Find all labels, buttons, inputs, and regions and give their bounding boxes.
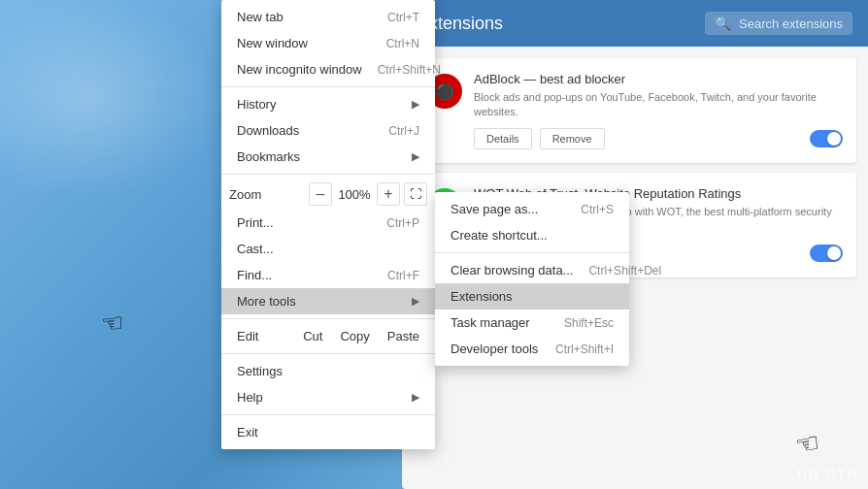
search-icon: 🔍 (715, 16, 731, 31)
menu-history-label: History (237, 97, 276, 112)
more-tools-arrow-icon: ▶ (412, 295, 419, 308)
menu-help-label: Help (237, 390, 263, 405)
submenu-clear-browsing-shortcut: Ctrl+Shift+Del (588, 264, 661, 277)
separator-5 (221, 414, 435, 415)
menu-new-window-label: New window (237, 36, 308, 50)
menu-exit-label: Exit (237, 425, 258, 440)
submenu-task-manager-shortcut: Shift+Esc (564, 316, 614, 330)
submenu-clear-browsing[interactable]: Clear browsing data... Ctrl+Shift+Del (435, 257, 629, 283)
edit-paste-button[interactable]: Paste (380, 326, 427, 346)
adblock-actions: Details Remove (474, 128, 843, 149)
edit-cut-button[interactable]: Cut (295, 326, 330, 346)
submenu-save-page-shortcut: Ctrl+S (581, 203, 614, 216)
submenu-create-shortcut[interactable]: Create shortcut... (435, 222, 629, 248)
menu-find-label: Find... (237, 268, 272, 282)
separator-3 (221, 318, 435, 319)
submenu-separator-1 (435, 252, 629, 253)
menu-new-incognito[interactable]: New incognito window Ctrl+Shift+N (221, 56, 435, 82)
submenu-task-manager-label: Task manager (451, 315, 530, 330)
edit-row: Edit Cut Copy Paste (221, 323, 435, 349)
extension-card-adblock: ⚫ AdBlock — best ad blocker Block ads an… (414, 58, 856, 163)
menu-bookmarks[interactable]: Bookmarks ▶ (221, 144, 435, 170)
zoom-row: Zoom – 100% + ⛶ (221, 179, 435, 210)
edit-label: Edit (229, 326, 293, 346)
menu-new-incognito-shortcut: Ctrl+Shift+N (378, 63, 441, 77)
menu-find-shortcut: Ctrl+F (387, 269, 419, 282)
menu-more-tools[interactable]: More tools ▶ (221, 288, 435, 314)
menu-downloads-label: Downloads (237, 123, 299, 138)
submenu-clear-browsing-label: Clear browsing data... (451, 263, 573, 277)
more-tools-submenu: Save page as... Ctrl+S Create shortcut..… (435, 192, 629, 366)
zoom-plus-button[interactable]: + (377, 182, 400, 206)
menu-new-window[interactable]: New window Ctrl+N (221, 30, 435, 56)
adblock-details-button[interactable]: Details (474, 128, 532, 149)
separator-2 (221, 174, 435, 175)
submenu-task-manager[interactable]: Task manager Shift+Esc (435, 310, 629, 336)
adblock-info: AdBlock — best ad blocker Block ads and … (474, 72, 843, 149)
menu-print-shortcut: Ctrl+P (386, 216, 419, 230)
menu-new-tab-shortcut: Ctrl+T (387, 11, 419, 24)
submenu-developer-tools-label: Developer tools (451, 342, 538, 356)
menu-print-label: Print... (237, 215, 274, 230)
zoom-minus-button[interactable]: – (309, 182, 332, 206)
zoom-label: Zoom (229, 187, 305, 202)
help-arrow-icon: ▶ (412, 391, 419, 404)
menu-settings-label: Settings (237, 364, 283, 378)
menu-new-window-shortcut: Ctrl+N (386, 37, 419, 50)
adblock-toggle[interactable] (810, 130, 843, 147)
menu-find[interactable]: Find... Ctrl+F (221, 262, 435, 288)
edit-copy-button[interactable]: Copy (332, 326, 377, 346)
menu-new-tab-label: New tab (237, 10, 284, 24)
history-arrow-icon: ▶ (412, 98, 419, 111)
menu-exit[interactable]: Exit (221, 419, 435, 445)
main-context-menu: New tab Ctrl+T New window Ctrl+N New inc… (221, 0, 435, 449)
menu-cast[interactable]: Cast... (221, 236, 435, 262)
menu-history[interactable]: History ▶ (221, 91, 435, 117)
cursor-hand-bottom: ☜ (792, 426, 821, 462)
menu-bookmarks-label: Bookmarks (237, 149, 300, 164)
extensions-header: Extensions 🔍 Search extensions (402, 0, 868, 47)
submenu-developer-tools[interactable]: Developer tools Ctrl+Shift+I (435, 336, 629, 362)
extensions-search-bar[interactable]: 🔍 Search extensions (705, 12, 852, 35)
submenu-save-page[interactable]: Save page as... Ctrl+S (435, 196, 629, 222)
watermark: UG GTH (797, 467, 858, 481)
submenu-extensions[interactable]: Extensions (435, 283, 629, 310)
bookmarks-arrow-icon: ▶ (412, 150, 419, 163)
wot-toggle[interactable] (810, 244, 843, 262)
adblock-name: AdBlock — best ad blocker (474, 72, 843, 86)
extensions-title: Extensions (417, 14, 693, 34)
separator-4 (221, 353, 435, 354)
menu-new-tab[interactable]: New tab Ctrl+T (221, 4, 435, 30)
adblock-remove-button[interactable]: Remove (540, 128, 605, 149)
submenu-create-shortcut-label: Create shortcut... (451, 228, 548, 243)
separator-1 (221, 86, 435, 87)
zoom-fullscreen-button[interactable]: ⛶ (404, 182, 427, 206)
menu-new-incognito-label: New incognito window (237, 62, 362, 77)
adblock-description: Block ads and pop-ups on YouTube, Facebo… (474, 90, 843, 120)
menu-settings[interactable]: Settings (221, 358, 435, 384)
search-placeholder: Search extensions (739, 16, 843, 31)
menu-print[interactable]: Print... Ctrl+P (221, 210, 435, 236)
menu-help[interactable]: Help ▶ (221, 384, 435, 410)
submenu-extensions-label: Extensions (451, 289, 513, 304)
menu-downloads[interactable]: Downloads Ctrl+J (221, 117, 435, 144)
zoom-percent: 100% (336, 187, 373, 202)
menu-downloads-shortcut: Ctrl+J (388, 124, 419, 138)
submenu-save-page-label: Save page as... (451, 202, 538, 216)
menu-more-tools-label: More tools (237, 294, 296, 309)
menu-cast-label: Cast... (237, 242, 274, 256)
submenu-developer-tools-shortcut: Ctrl+Shift+I (555, 342, 614, 356)
